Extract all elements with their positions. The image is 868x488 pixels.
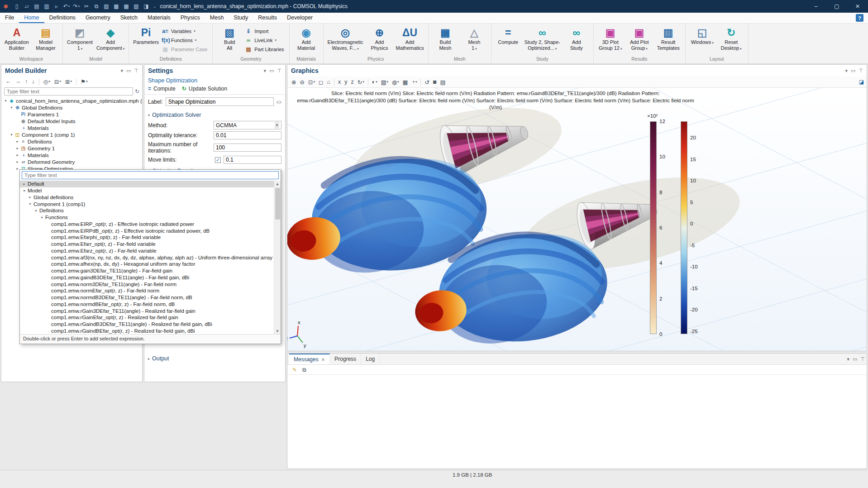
parameters-button[interactable]: PiParameters (131, 24, 161, 56)
float-panel-icon[interactable] (851, 68, 855, 74)
tab-log[interactable]: Log (361, 354, 380, 364)
chevron-down-icon[interactable] (847, 356, 849, 362)
snapshot-camera-icon[interactable]: ◙ (432, 78, 438, 86)
expression-item[interactable]: comp1.emw.gain3DEfar_TE11(angle) - Far-f… (20, 268, 281, 274)
expression-item[interactable]: comp1.emw.EIRP_opt(r, z) - Effective iso… (20, 221, 281, 228)
expression-item[interactable]: comp1.emw.normdB3DEfar_TE11(angle) - Far… (20, 294, 281, 301)
expression-filter-input[interactable] (22, 171, 279, 179)
update-solution-button[interactable]: ↻Update Solution (182, 86, 227, 92)
add-material-button[interactable]: ◉Add Material (292, 24, 321, 56)
expression-item[interactable]: comp1.emw.normdBEfar_opt(r, z) - Far-fie… (20, 301, 281, 308)
redo-button[interactable]: ↷▾ (72, 1, 81, 11)
tab-file[interactable]: File (0, 13, 19, 23)
show-grid-icon[interactable]: ▦ (401, 78, 410, 86)
settings-window-button[interactable]: ▧ (131, 1, 141, 11)
help-button[interactable]: ? (856, 14, 863, 22)
3d-plot-group-12-button[interactable]: ▣3D Plot Group 12 ▾ (596, 24, 625, 56)
go-back-icon[interactable]: ← (4, 78, 13, 85)
zoom-in-icon[interactable]: ⊕ (290, 78, 297, 86)
move-down-icon[interactable]: ↓ (30, 78, 36, 85)
part-libraries-button[interactable]: ▤Part Libraries (244, 45, 286, 54)
filter-refresh-icon[interactable]: ↻ (135, 88, 139, 95)
tab-developer[interactable]: Developer (282, 13, 318, 23)
component-1-button[interactable]: ◩Component 1 ▾ (65, 24, 95, 56)
study-2-shape-optimized-button[interactable]: ∞Study 2, Shape- Optimized... ▾ (523, 24, 562, 56)
picker-item-component-1[interactable]: ▾ Component 1 (comp1) (20, 201, 281, 207)
go-to-default-view-icon[interactable]: ⌂ (325, 78, 332, 86)
expand-arrow-icon[interactable]: ▸ (22, 182, 27, 186)
tree-item-materials-global[interactable]: ◑ Materials (1, 124, 142, 131)
tab-geometry[interactable]: Geometry (81, 13, 115, 23)
toolbar-separator[interactable] (334, 79, 334, 86)
tree-item-deformed-geometry[interactable]: ▸ ▱ Deformed Geometry (1, 158, 142, 165)
expression-item[interactable]: comp1.emw.Efarz_opt(r, z) - Far-field va… (20, 248, 281, 254)
orbit-rotate-icon[interactable]: ↻▾ (356, 78, 366, 86)
maximize-button[interactable]: ▢ (826, 0, 847, 13)
functions-button[interactable]: f(x)Functions▾ (161, 36, 210, 45)
graphics-canvas[interactable]: x y z Slice: Electric field norm (V/m) S… (287, 88, 867, 351)
expand-arrow-icon[interactable]: ▾ (33, 209, 38, 213)
clear-messages-icon[interactable]: ✎ (291, 366, 298, 373)
save-button[interactable]: ▤ (32, 1, 42, 11)
max-iterations-input[interactable] (214, 144, 281, 152)
parameter-case-button[interactable]: ▦Parameter Case (161, 45, 210, 54)
move-up-icon[interactable]: ↑ (24, 78, 29, 85)
add-plot-group-button[interactable]: ▣Add Plot Group ▾ (625, 24, 654, 56)
mesh-1-button[interactable]: △Mesh 1 ▾ (460, 24, 489, 56)
go-forward-icon[interactable]: → (14, 78, 23, 85)
view-along-x-icon[interactable]: x (337, 78, 342, 86)
expand-arrow-icon[interactable]: ▾ (3, 99, 8, 103)
minimize-button[interactable]: – (806, 0, 826, 13)
toolbar-separator[interactable] (368, 79, 368, 86)
import-button[interactable]: ⇩Import (244, 27, 286, 36)
tab-messages[interactable]: Messages✕ (289, 354, 330, 364)
scene-light-icon[interactable]: ◐▾ (371, 78, 379, 86)
add-mathematics-button[interactable]: ΔUAdd Mathematics (394, 24, 425, 56)
open-file-button[interactable]: ▱ (22, 1, 32, 11)
compute-button[interactable]: =Compute (148, 86, 176, 92)
expression-item[interactable]: comp1.emw.gaindB3DEfar_TE11(angle) - Far… (20, 274, 281, 281)
zoom-extents-icon[interactable]: ◻ (317, 78, 324, 86)
delete-button[interactable]: ▩ (111, 1, 121, 11)
tab-progress[interactable]: Progress (330, 354, 361, 364)
tab-materials[interactable]: Materials (143, 13, 176, 23)
expand-arrow-icon[interactable]: ▾ (9, 105, 14, 110)
expand-arrow-icon[interactable]: ▸ (15, 146, 20, 150)
tree-item-global-definitions[interactable]: ▾ ⊕ Global Definitions (1, 104, 142, 111)
expression-item[interactable]: comp1.emw.Efarr_opt(r, z) - Far-field va… (20, 241, 281, 248)
tab-results[interactable]: Results (253, 13, 282, 23)
picker-item-definitions[interactable]: ▾ Definitions (20, 207, 281, 214)
optimality-tolerance-input[interactable] (214, 131, 281, 139)
paste-button[interactable]: ▨ (101, 1, 111, 11)
reset-hiding-icon[interactable]: ↺ (423, 78, 430, 86)
show-options-icon[interactable]: ◎▾ (42, 78, 52, 86)
label-input[interactable] (166, 97, 274, 106)
copy-button[interactable]: ⧉ (91, 1, 101, 11)
copy-messages-icon[interactable]: ⧉ (301, 366, 308, 373)
expand-arrow-icon[interactable]: ▾ (22, 189, 27, 193)
model-manager-button[interactable]: ▤Model Manager (31, 24, 60, 56)
variables-button[interactable]: a=Variables▾ (161, 27, 210, 36)
method-select[interactable]: GCMMA ▾ (214, 121, 281, 129)
move-limits-input[interactable] (224, 156, 281, 164)
compute-button[interactable]: =Compute (494, 24, 523, 56)
collapse-all-icon[interactable]: ⊟▾ (53, 78, 62, 86)
chevron-down-icon[interactable] (845, 68, 848, 74)
tab-home[interactable]: Home (19, 13, 44, 23)
build-all-button[interactable]: ▧Build All (215, 24, 244, 56)
expand-arrow-icon[interactable]: ▸ (15, 139, 20, 144)
add-study-button[interactable]: ∞Add Study (562, 24, 591, 56)
picker-item-default[interactable]: ▸ Default (20, 181, 281, 187)
undo-button[interactable]: ↶▾ (62, 1, 72, 11)
section-output[interactable]: ▸ Output (144, 352, 285, 364)
result-templates-button[interactable]: ▥Result Templates (654, 24, 683, 56)
chevron-down-icon[interactable] (120, 68, 123, 74)
tab-study[interactable]: Study (229, 13, 253, 23)
tree-item-default-model-inputs[interactable]: ◉ Default Model Inputs (1, 118, 142, 124)
tab-definitions[interactable]: Definitions (44, 13, 81, 23)
expression-item[interactable]: comp1.emw.EIRPdB_opt(r, z) - Effective i… (20, 227, 281, 234)
tab-physics[interactable]: Physics (176, 13, 205, 23)
picker-item-model[interactable]: ▾ Model (20, 187, 281, 194)
model-builder-button[interactable]: ▦ (121, 1, 131, 11)
plot-in-new-window-icon[interactable]: ◪ (859, 79, 864, 85)
